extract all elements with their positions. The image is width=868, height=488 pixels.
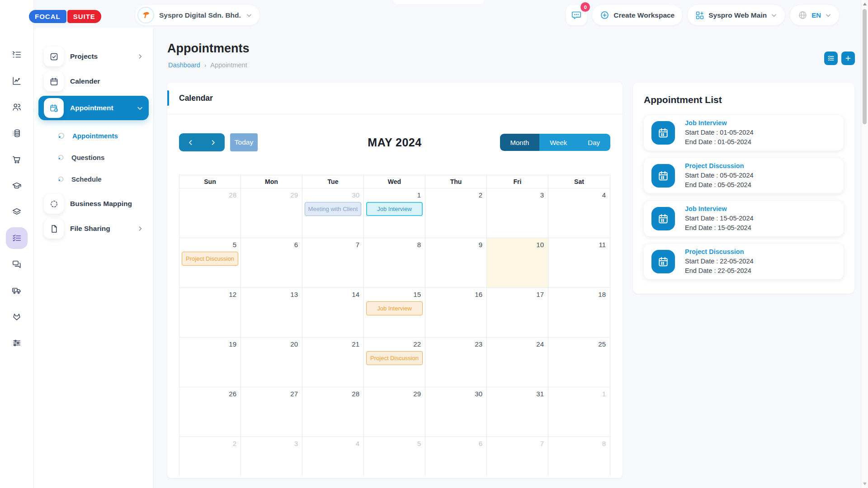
- analytics-icon[interactable]: [6, 70, 28, 92]
- day-cell-9[interactable]: 9: [425, 238, 487, 288]
- day-cell-3[interactable]: 3: [241, 437, 302, 475]
- appointment-card[interactable]: Job InterviewStart Date : 01-05-2024End …: [644, 115, 844, 150]
- calendar-event[interactable]: Meeting with Client: [305, 202, 361, 216]
- appointment-card[interactable]: Project DiscussionStart Date : 22-05-202…: [644, 244, 844, 279]
- day-cell-4[interactable]: 4: [548, 188, 610, 238]
- day-cell-11[interactable]: 11: [548, 238, 610, 288]
- delivery-truck-icon[interactable]: [6, 280, 28, 301]
- focal-suite-logo[interactable]: FOCAL SUITE: [29, 10, 101, 23]
- scrollbar-thumb[interactable]: [863, 9, 867, 124]
- task-list-icon[interactable]: [6, 44, 28, 66]
- breadcrumb-dashboard-link[interactable]: Dashboard: [168, 61, 200, 69]
- gitlab-icon[interactable]: [6, 306, 28, 328]
- sidebar-subitem-appointments[interactable]: Appointments: [34, 125, 153, 146]
- day-cell-29[interactable]: 29: [241, 188, 302, 238]
- day-cell-16[interactable]: 16: [425, 288, 487, 338]
- logo-secondary: SUITE: [67, 10, 101, 23]
- day-cell-6[interactable]: 6: [425, 437, 487, 475]
- day-cell-21[interactable]: 21: [302, 338, 364, 387]
- scroll-up-arrow-icon[interactable]: [863, 3, 867, 5]
- day-cell-4[interactable]: 4: [302, 437, 364, 475]
- view-day-button[interactable]: Day: [577, 134, 610, 151]
- day-cell-1[interactable]: 1: [548, 387, 610, 437]
- create-workspace-button[interactable]: Create Workspace: [592, 5, 682, 25]
- day-cell-31[interactable]: 31: [487, 387, 548, 437]
- day-cell-27[interactable]: 27: [241, 387, 302, 437]
- vertical-scrollbar[interactable]: [861, 0, 868, 488]
- calendar-event[interactable]: Job Interview: [366, 301, 423, 315]
- sidebar-item-calender[interactable]: Calender: [40, 71, 147, 92]
- view-month-button[interactable]: Month: [500, 134, 540, 151]
- view-week-button[interactable]: Week: [539, 134, 577, 151]
- prev-month-button[interactable]: [179, 133, 202, 151]
- workspace-selector[interactable]: Syspro Digital Sdn. Bhd.: [135, 5, 259, 25]
- language-selector[interactable]: EN: [790, 5, 839, 25]
- day-cell-13[interactable]: 13: [241, 288, 302, 338]
- day-cell-3[interactable]: 3: [487, 188, 548, 238]
- today-button[interactable]: Today: [230, 133, 258, 151]
- appointment-card[interactable]: Project DiscussionStart Date : 05-05-202…: [644, 158, 844, 193]
- finance-icon[interactable]: [6, 122, 28, 144]
- layers-icon[interactable]: [6, 201, 28, 223]
- checklist-icon[interactable]: [6, 227, 28, 249]
- next-month-button[interactable]: [202, 133, 225, 151]
- day-cell-24[interactable]: 24: [487, 338, 548, 387]
- day-cell-5[interactable]: 5: [364, 437, 425, 475]
- calendar-event[interactable]: Project Discussion: [366, 351, 423, 365]
- day-cell-28[interactable]: 28: [179, 188, 241, 238]
- day-cell-19[interactable]: 19: [179, 338, 241, 387]
- day-cell-18[interactable]: 18: [548, 288, 610, 338]
- workspace-switcher[interactable]: Syspro Web Main: [688, 5, 785, 25]
- day-cell-25[interactable]: 25: [548, 338, 610, 387]
- day-cell-28[interactable]: 28: [302, 387, 364, 437]
- education-icon[interactable]: [6, 175, 28, 197]
- appointment-end-date: End Date : 05-05-2024: [685, 180, 754, 190]
- day-cell-22[interactable]: 22Project Discussion: [364, 338, 425, 387]
- sidebar-item-file-sharing[interactable]: File Sharing: [40, 218, 147, 239]
- calendar-week-row: 19202122Project Discussion232425: [179, 338, 610, 387]
- scroll-down-arrow-icon[interactable]: [863, 483, 867, 485]
- settings-sliders-icon[interactable]: [6, 332, 28, 354]
- calendar-week-row: 282930Meeting with Client1Job Interview2…: [179, 188, 610, 238]
- sidebar-item-business-mapping[interactable]: Business Mapping: [40, 193, 147, 214]
- day-cell-7[interactable]: 7: [302, 238, 364, 288]
- day-cell-12[interactable]: 12: [179, 288, 241, 338]
- cart-icon[interactable]: [6, 149, 28, 170]
- day-cell-29[interactable]: 29: [364, 387, 425, 437]
- day-cell-8[interactable]: 8: [548, 437, 610, 475]
- sidebar-subitem-questions[interactable]: Questions: [34, 146, 153, 168]
- day-cell-7[interactable]: 7: [487, 437, 548, 475]
- day-cell-6[interactable]: 6: [241, 238, 302, 288]
- list-view-button[interactable]: [824, 52, 838, 65]
- weekday-wed: Wed: [364, 175, 425, 188]
- day-cell-10[interactable]: 10: [487, 238, 548, 288]
- sidebar-item-projects[interactable]: Projects: [40, 46, 147, 67]
- day-cell-5[interactable]: 5Project Discussion: [179, 238, 241, 288]
- calendar-event[interactable]: Job Interview: [366, 202, 423, 216]
- sidebar-subitem-schedule[interactable]: Schedule: [34, 168, 153, 190]
- day-cell-8[interactable]: 8: [364, 238, 425, 288]
- day-number: 28: [302, 387, 363, 398]
- day-cell-17[interactable]: 17: [487, 288, 548, 338]
- chat-button[interactable]: 0: [566, 5, 587, 25]
- add-appointment-button[interactable]: [841, 52, 855, 65]
- sidebar-item-appointment[interactable]: Appointment: [38, 96, 149, 120]
- users-icon[interactable]: [6, 96, 28, 118]
- day-number: 24: [487, 338, 548, 348]
- chat-threads-icon[interactable]: [6, 253, 28, 275]
- appointment-card[interactable]: Job InterviewStart Date : 15-05-2024End …: [644, 201, 844, 236]
- day-cell-2[interactable]: 2: [425, 188, 487, 238]
- day-cell-23[interactable]: 23: [425, 338, 487, 387]
- day-cell-15[interactable]: 15Job Interview: [364, 288, 425, 338]
- day-cell-14[interactable]: 14: [302, 288, 364, 338]
- day-cell-26[interactable]: 26: [179, 387, 241, 437]
- day-number: 29: [241, 188, 302, 199]
- calendar-event[interactable]: Project Discussion: [182, 252, 238, 266]
- day-cell-20[interactable]: 20: [241, 338, 302, 387]
- day-cell-1[interactable]: 1Job Interview: [364, 188, 425, 238]
- chevron-down-icon: [771, 12, 777, 19]
- day-cell-30[interactable]: 30Meeting with Client: [302, 188, 364, 238]
- day-cell-2[interactable]: 2: [179, 437, 241, 475]
- day-cell-30[interactable]: 30: [425, 387, 487, 437]
- appointment-list-panel: Appointment List Job InterviewStart Date…: [633, 83, 854, 294]
